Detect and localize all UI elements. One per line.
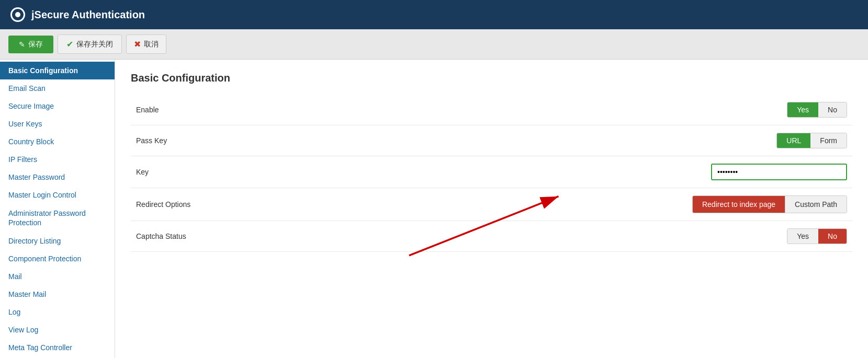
- enable-row: Enable Yes No: [131, 95, 852, 125]
- pass-key-controls: URL Form: [235, 125, 852, 156]
- redirect-toggle-group: Redirect to index page Custom Path: [692, 195, 847, 213]
- cancel-button[interactable]: ✖ 取消: [126, 34, 166, 54]
- sidebar-item-master-login-control[interactable]: Master Login Control: [0, 186, 115, 204]
- key-row: Key: [131, 156, 852, 188]
- sidebar-item-administrator-password-protection[interactable]: Administrator Password Protection: [0, 204, 115, 232]
- captcha-no-button[interactable]: No: [818, 229, 847, 244]
- pass-key-label: Pass Key: [131, 125, 235, 156]
- config-form: Enable Yes No Pass Key: [131, 95, 852, 252]
- pass-key-row: Pass Key URL Form: [131, 125, 852, 156]
- sidebar-item-component-protection[interactable]: Component Protection: [0, 250, 115, 268]
- redirect-custom-path-button[interactable]: Custom Path: [785, 196, 847, 213]
- enable-controls: Yes No: [235, 95, 852, 125]
- main-layout: Basic Configuration Email Scan Secure Im…: [0, 60, 868, 358]
- redirect-options-row: Redirect Options Redirect to index page …: [131, 188, 852, 221]
- captcha-yes-button[interactable]: Yes: [787, 229, 818, 244]
- redirect-index-button[interactable]: Redirect to index page: [693, 196, 785, 213]
- sidebar-item-mail[interactable]: Mail: [0, 268, 115, 285]
- pass-key-toggle-group: URL Form: [776, 133, 847, 148]
- sidebar-item-view-log[interactable]: View Log: [0, 321, 115, 339]
- key-input[interactable]: [711, 164, 847, 180]
- enable-no-button[interactable]: No: [818, 102, 847, 117]
- save-close-button[interactable]: ✔ 保存并关闭: [58, 34, 122, 54]
- sidebar-item-meta-tag-controller[interactable]: Meta Tag Controller: [0, 339, 115, 356]
- pass-key-url-button[interactable]: URL: [777, 133, 810, 148]
- check-icon: ✔: [66, 39, 73, 49]
- content-area: Basic Configuration Enable Yes No: [115, 60, 868, 358]
- captcha-status-controls: Yes No: [235, 221, 852, 252]
- key-controls: [235, 156, 852, 188]
- redirect-options-label: Redirect Options: [131, 188, 235, 221]
- redirect-options-controls: Redirect to index page Custom Path: [235, 188, 852, 221]
- sidebar-item-secure-image[interactable]: Secure Image: [0, 97, 115, 115]
- sidebar-item-email-scan[interactable]: Email Scan: [0, 79, 115, 97]
- sidebar-item-master-password[interactable]: Master Password: [0, 168, 115, 186]
- key-label: Key: [131, 156, 235, 188]
- captcha-status-label: Captcha Status: [131, 221, 235, 252]
- app-header: jSecure Authentication: [0, 0, 868, 29]
- sidebar-item-user-keys[interactable]: User Keys: [0, 115, 115, 133]
- page-title: Basic Configuration: [131, 72, 852, 84]
- x-icon: ✖: [134, 39, 141, 49]
- toolbar: ✎ 保存 ✔ 保存并关闭 ✖ 取消: [0, 29, 868, 60]
- pass-key-form-button[interactable]: Form: [810, 133, 847, 148]
- form-area: Enable Yes No Pass Key: [131, 95, 852, 252]
- sidebar-item-ip-filters[interactable]: IP Filters: [0, 151, 115, 168]
- enable-label: Enable: [131, 95, 235, 125]
- sidebar-item-log[interactable]: Log: [0, 303, 115, 321]
- sidebar-item-basic-configuration[interactable]: Basic Configuration: [0, 62, 115, 79]
- sidebar: Basic Configuration Email Scan Secure Im…: [0, 60, 115, 358]
- app-logo-icon: [10, 7, 25, 22]
- captcha-status-row: Captcha Status Yes No: [131, 221, 852, 252]
- sidebar-item-country-block[interactable]: Country Block: [0, 133, 115, 151]
- sidebar-item-directory-listing[interactable]: Directory Listing: [0, 232, 115, 250]
- enable-yes-button[interactable]: Yes: [787, 102, 818, 117]
- app-title: jSecure Authentication: [31, 9, 145, 21]
- save-icon: ✎: [19, 40, 25, 49]
- sidebar-item-master-mail[interactable]: Master Mail: [0, 285, 115, 303]
- save-button[interactable]: ✎ 保存: [8, 36, 53, 53]
- enable-toggle-group: Yes No: [787, 102, 847, 118]
- captcha-toggle-group: Yes No: [787, 228, 847, 244]
